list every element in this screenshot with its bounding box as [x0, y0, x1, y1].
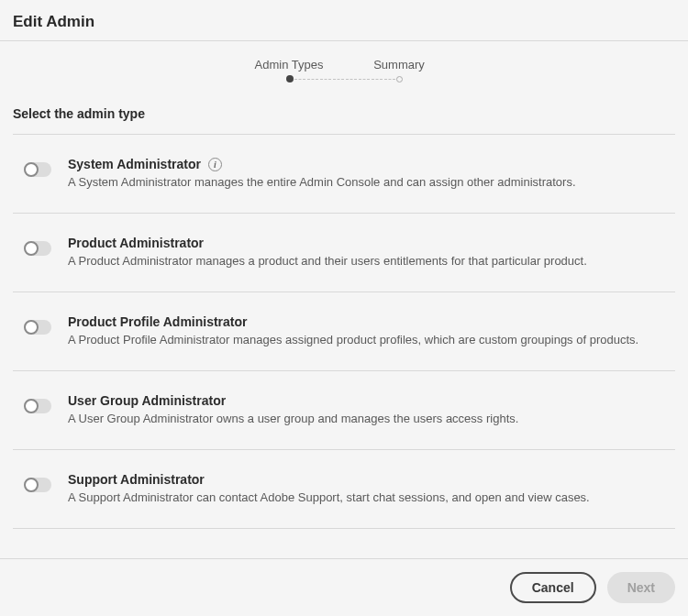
step-label-admin-types: Admin Types — [255, 58, 324, 72]
option-title: Product Administrator — [68, 236, 204, 250]
dialog-header: Edit Admin — [0, 0, 688, 41]
step-dot-active — [286, 75, 294, 82]
option-title: Support Administrator — [68, 472, 205, 487]
section-label: Select the admin type — [0, 86, 688, 134]
dialog-footer: Cancel Next — [0, 558, 688, 616]
option-title: User Group Administrator — [68, 393, 226, 408]
info-icon[interactable]: i — [208, 158, 222, 171]
step-dot-inactive — [396, 76, 403, 82]
cancel-button[interactable]: Cancel — [510, 572, 596, 603]
options-list: System Administrator i A System Administ… — [0, 134, 688, 558]
option-user-group-admin: User Group Administrator A User Group Ad… — [13, 370, 675, 449]
option-desc: A Product Administrator manages a produc… — [68, 254, 675, 268]
option-desc: A System Administrator manages the entir… — [68, 175, 675, 189]
toggle-product-profile-admin[interactable] — [24, 320, 51, 335]
option-desc: A User Group Administrator owns a user g… — [68, 412, 675, 425]
dialog-title: Edit Admin — [13, 13, 675, 31]
option-title: Product Profile Administrator — [68, 314, 248, 329]
option-title: System Administrator — [68, 157, 201, 171]
next-button[interactable]: Next — [607, 572, 675, 603]
option-system-admin: System Administrator i A System Administ… — [13, 134, 675, 213]
toggle-user-group-admin[interactable] — [24, 399, 51, 413]
toggle-product-admin[interactable] — [24, 241, 51, 256]
stepper: Admin Types Summary — [0, 41, 688, 77]
stepper-indicator — [0, 75, 688, 82]
option-support-admin: Support Administrator A Support Administ… — [13, 449, 675, 529]
option-product-profile-admin: Product Profile Administrator A Product … — [13, 292, 675, 370]
option-product-admin: Product Administrator A Product Administ… — [13, 213, 675, 292]
option-desc: A Product Profile Administrator manages … — [68, 333, 675, 346]
toggle-support-admin[interactable] — [24, 478, 51, 492]
step-label-summary: Summary — [373, 58, 425, 72]
toggle-system-admin[interactable] — [24, 162, 51, 177]
option-desc: A Support Administrator can contact Adob… — [68, 490, 675, 504]
